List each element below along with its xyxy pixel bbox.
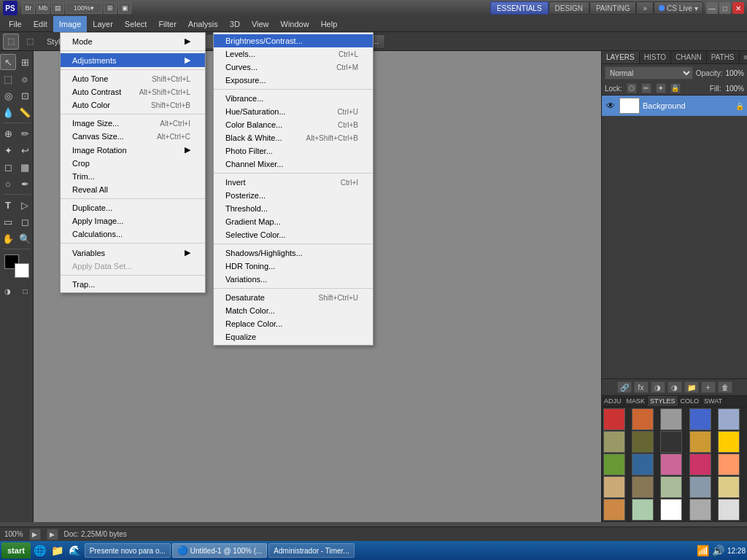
shape-tool[interactable]: ▭ [0, 214, 16, 230]
menu-item-auto-tone[interactable]: Auto Tone Shift+Ctrl+L [61, 72, 205, 85]
style-cell-22[interactable] [660, 499, 682, 521]
menu-item-image-rotation[interactable]: Image Rotation ▶ [61, 143, 205, 157]
menu-window[interactable]: Window [275, 16, 315, 32]
submenu-item-desaturate[interactable]: Desaturate Shift+Ctrl+U [214, 291, 373, 304]
menu-3d[interactable]: 3D [224, 16, 246, 32]
submenu-item-brightness-contrast[interactable]: Brightness/Contrast... [214, 34, 373, 47]
style-cell-21[interactable] [632, 499, 654, 521]
style-cell-9[interactable] [718, 431, 740, 453]
submenu-item-replace-color[interactable]: Replace Color... [214, 317, 373, 330]
layout2-icon[interactable]: ▣ [118, 2, 131, 14]
submenu-item-gradient-map[interactable]: Gradient Map... [214, 215, 373, 228]
menu-item-adjustments[interactable]: Adjustments ▶ [61, 53, 205, 67]
histogram-tab[interactable]: HISTO [640, 51, 671, 63]
submenu-item-black-white[interactable]: Black & White... Alt+Shift+Ctrl+B [214, 131, 373, 144]
submenu-item-channel-mixer[interactable]: Channel Mixer... [214, 158, 373, 171]
eyedropper[interactable]: 💧 [0, 104, 16, 120]
style-cell-7[interactable] [660, 431, 682, 453]
style-cell-16[interactable] [632, 476, 654, 498]
blend-mode-select[interactable]: Normal Multiply Screen [605, 66, 693, 79]
mask-btn[interactable]: ◑ [651, 381, 665, 393]
style-cell-20[interactable] [603, 499, 625, 521]
new-layer-btn[interactable]: + [701, 381, 716, 393]
mb-icon[interactable]: Mb [36, 2, 50, 14]
layout-icon[interactable]: ⊞ [104, 2, 117, 14]
menu-item-reveal-all[interactable]: Reveal All [61, 183, 205, 196]
spot-heal[interactable]: ⊕ [0, 125, 16, 141]
menu-item-trap[interactable]: Trap... [61, 278, 205, 291]
essentials-btn[interactable]: ESSENTIALS [490, 1, 549, 15]
lasso-tool[interactable]: ⌾ [17, 71, 33, 87]
style-cell-13[interactable] [689, 454, 711, 475]
style-cell-3[interactable] [689, 408, 711, 430]
arrange-icon[interactable]: ▤ [51, 2, 64, 14]
submenu-item-levels[interactable]: Levels... Ctrl+L [214, 47, 373, 61]
swatches-sub-tab[interactable]: SWAT [702, 396, 725, 406]
artboard-tool[interactable]: ⊞ [17, 54, 33, 70]
taskbar-app-2[interactable]: 🔵 Untitled-1 @ 100% (... [172, 543, 268, 558]
cs-live-btn[interactable]: CS Live ▾ [654, 1, 703, 15]
submenu-item-posterize[interactable]: Posterize... [214, 189, 373, 202]
menu-item-auto-contrast[interactable]: Auto Contrast Alt+Shift+Ctrl+L [61, 85, 205, 98]
submenu-item-threshold[interactable]: Threshold... [214, 202, 373, 215]
color-sub-tab[interactable]: COLO [678, 396, 703, 406]
submenu-item-hdr-toning[interactable]: HDR Toning... [214, 260, 373, 273]
submenu-item-photo-filter[interactable]: Photo Filter... [214, 144, 373, 158]
layers-tab[interactable]: LAYERS [602, 51, 640, 63]
hand-tool[interactable]: ✋ [0, 230, 16, 246]
taskbar-network-icon[interactable]: 📶 [697, 545, 709, 556]
layer-item-background[interactable]: 👁 Background 🔒 [602, 96, 747, 116]
move-tool[interactable]: ↖ [0, 54, 16, 70]
menu-file[interactable]: File [3, 16, 28, 32]
submenu-item-hue-sat[interactable]: Hue/Saturation... Ctrl+U [214, 105, 373, 118]
history-brush[interactable]: ↩ [17, 142, 33, 158]
crop-tool[interactable]: ⊡ [17, 88, 33, 104]
menu-layer[interactable]: Layer [87, 16, 119, 32]
bridge-icon[interactable]: Br [22, 2, 35, 14]
options-tool2[interactable]: ⬚ [22, 34, 38, 50]
dodge-tool[interactable]: ○ [0, 176, 16, 192]
menu-item-mode[interactable]: Mode ▶ [61, 34, 205, 48]
menu-item-calculations[interactable]: Calculations... [61, 228, 205, 241]
menu-item-canvas-size[interactable]: Canvas Size... Alt+Ctrl+C [61, 130, 205, 143]
taskbar-icon-3[interactable]: 🌊 [67, 542, 83, 559]
menu-analysis[interactable]: Analysis [182, 16, 224, 32]
menu-item-trim[interactable]: Trim... [61, 170, 205, 183]
style-cell-11[interactable] [632, 454, 654, 475]
style-cell-17[interactable] [660, 476, 682, 498]
style-cell-10[interactable] [603, 454, 625, 475]
taskbar-app-3[interactable]: Administrador - Timer... [268, 543, 354, 558]
status-info-icon[interactable]: ▶ [29, 529, 41, 540]
ruler-tool[interactable]: 📏 [17, 104, 33, 120]
lock-transparent-icon[interactable]: ⬡ [627, 83, 637, 93]
link-layers-btn[interactable]: 🔗 [617, 381, 632, 393]
menu-filter[interactable]: Filter [152, 16, 182, 32]
style-cell-24[interactable] [718, 499, 740, 521]
clone-stamp[interactable]: ✦ [0, 142, 16, 158]
style-cell-8[interactable] [689, 431, 711, 453]
quick-select[interactable]: ◎ [0, 88, 16, 104]
maximize-btn[interactable]: □ [719, 2, 731, 14]
submenu-item-color-balance[interactable]: Color Balance... Ctrl+B [214, 118, 373, 131]
lock-move-icon[interactable]: ✦ [656, 83, 666, 93]
start-button[interactable]: start [1, 542, 31, 559]
background-color[interactable] [15, 263, 29, 278]
screen-mode[interactable]: □ [18, 283, 34, 299]
menu-item-auto-color[interactable]: Auto Color Shift+Ctrl+B [61, 98, 205, 112]
style-cell-1[interactable] [632, 408, 654, 430]
style-cell-14[interactable] [718, 454, 740, 475]
style-cell-15[interactable] [603, 476, 625, 498]
menu-item-apply-image[interactable]: Apply Image... [61, 214, 205, 228]
submenu-item-variations[interactable]: Variations... [214, 273, 373, 286]
zoom-tool[interactable]: 🔍 [17, 230, 33, 246]
layer-effects-btn[interactable]: fx [634, 381, 649, 393]
style-cell-2[interactable] [660, 408, 682, 430]
taskbar-app-1[interactable]: Presente novo para o... [85, 543, 171, 558]
channels-tab[interactable]: CHANN [671, 51, 707, 63]
zoom-display[interactable]: 100%▾ [66, 2, 102, 14]
painting-btn[interactable]: PAINTING [589, 1, 636, 15]
menu-item-crop[interactable]: Crop [61, 157, 205, 170]
lock-paint-icon[interactable]: ✏ [641, 83, 651, 93]
menu-help[interactable]: Help [315, 16, 344, 32]
style-cell-12[interactable] [660, 454, 682, 475]
